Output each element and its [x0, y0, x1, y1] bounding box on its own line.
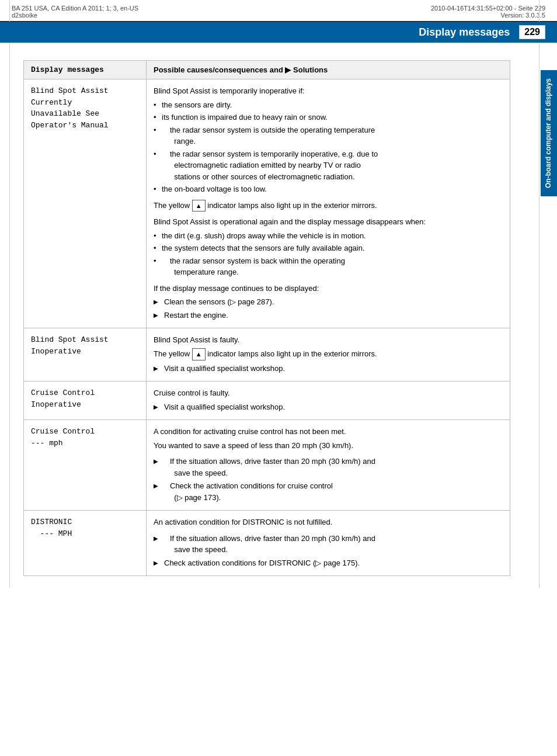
bsa-unavail-intro: Blind Spot Assist is temporarily inopera…	[154, 85, 503, 97]
table-row: Blind Spot AssistCurrentlyUnavailable Se…	[24, 79, 510, 328]
list-item: the radar sensor system is temporarily i…	[154, 148, 503, 183]
side-tab: On-board computer and displays	[541, 70, 557, 196]
header-left: BA 251 USA, CA Edition A 2011; 1; 3, en-…	[12, 5, 138, 19]
header-line2: d2sboike	[12, 12, 138, 19]
cc-inop-line1: Cruise control is faulty.	[154, 387, 503, 399]
causes-cell-3: Cruise control is faulty. Visit a qualif…	[147, 382, 510, 420]
bsa-inop-solution-1: Visit a qualified specialist workshop.	[154, 363, 503, 374]
header-right-line2: Version: 3.0.3.5	[431, 12, 545, 19]
causes-cell-5: An activation condition for DISTRONIC is…	[147, 511, 510, 576]
bsa-solution-1: Clean the sensors (▷ page 287).	[154, 296, 503, 308]
message-cell-1: Blind Spot AssistCurrentlyUnavailable Se…	[24, 79, 147, 328]
bsa-unavail-bullets2: the dirt (e.g. slush) drops away while t…	[154, 230, 503, 278]
table-row: Blind Spot AssistInoperative Blind Spot …	[24, 328, 510, 382]
bsa-unavail-bullets1: the sensors are dirty. its function is i…	[154, 99, 503, 195]
bsa-indicator-line: The yellow ▲ indicator lamps also light …	[154, 200, 503, 212]
cc-mph-line2: You wanted to save a speed of less than …	[154, 440, 503, 452]
message-cell-4: Cruise Control--- mph	[24, 420, 147, 511]
cc-mph-solution-1: If the situation allows, drive faster th…	[154, 456, 503, 478]
message-cell-2: Blind Spot AssistInoperative	[24, 328, 147, 382]
bsa-inop-line1: Blind Spot Assist is faulty.	[154, 334, 503, 346]
list-item: its function is impaired due to heavy ra…	[154, 112, 503, 123]
header-right-line1: 2010-04-16T14:31:55+02:00 - Seite 229	[431, 5, 545, 12]
causes-cell-2: Blind Spot Assist is faulty. The yellow …	[147, 328, 510, 382]
cc-mph-line1: A condition for activating cruise contro…	[154, 426, 503, 438]
causes-cell-1: Blind Spot Assist is temporarily inopera…	[147, 79, 510, 328]
bsa-inop-indicator: The yellow ▲ indicator lamps also light …	[154, 348, 503, 360]
page-container: On-board computer and displays BA 251 US…	[0, 0, 557, 588]
indicator-symbol-2: ▲	[192, 348, 206, 360]
list-item: the radar sensor system is back within t…	[154, 255, 503, 278]
table-row: Cruise ControlInoperative Cruise control…	[24, 382, 510, 420]
indicator-symbol: ▲	[192, 200, 206, 212]
left-border	[9, 0, 10, 588]
distronic-line1: An activation condition for DISTRONIC is…	[154, 516, 503, 528]
distronic-solution-1: If the situation allows, drive faster th…	[154, 533, 503, 556]
distronic-solution-2: Check activation conditions for DISTRONI…	[154, 557, 503, 569]
header-line1: BA 251 USA, CA Edition A 2011; 1; 3, en-…	[12, 5, 138, 12]
col-header-messages: Display messages	[24, 61, 147, 79]
list-item: the on-board voltage is too low.	[154, 183, 503, 195]
list-item: the dirt (e.g. slush) drops away while t…	[154, 230, 503, 242]
page-title-text: Display messages	[419, 26, 510, 39]
doc-header: BA 251 USA, CA Edition A 2011; 1; 3, en-…	[0, 0, 557, 22]
causes-cell-4: A condition for activating cruise contro…	[147, 420, 510, 511]
bsa-if-continues: If the display message continues to be d…	[154, 283, 503, 294]
page-number: 229	[519, 25, 545, 39]
message-cell-5: DISTRONIC --- MPH	[24, 511, 147, 576]
message-cell-3: Cruise ControlInoperative	[24, 382, 147, 420]
table-row: DISTRONIC --- MPH An activation conditio…	[24, 511, 510, 576]
list-item: the radar sensor system is outside the o…	[154, 124, 503, 147]
main-content: Display messages Possible causes/consequ…	[0, 43, 539, 588]
cc-inop-solution-1: Visit a qualified specialist workshop.	[154, 401, 503, 413]
col-header-causes: Possible causes/consequences and ▶ Solut…	[147, 61, 510, 79]
header-right: 2010-04-16T14:31:55+02:00 - Seite 229 Ve…	[431, 5, 545, 19]
list-item: the sensors are dirty.	[154, 99, 503, 111]
bsa-solution-2: Restart the engine.	[154, 310, 503, 321]
display-messages-table: Display messages Possible causes/consequ…	[23, 60, 510, 576]
list-item: the system detects that the sensors are …	[154, 242, 503, 254]
page-title-bar: Display messages 229	[0, 22, 557, 43]
cc-mph-solution-2: Check the activation conditions for crui…	[154, 480, 503, 503]
bsa-operational-intro: Blind Spot Assist is operational again a…	[154, 216, 503, 228]
right-border	[539, 0, 539, 588]
table-row: Cruise Control--- mph A condition for ac…	[24, 420, 510, 511]
